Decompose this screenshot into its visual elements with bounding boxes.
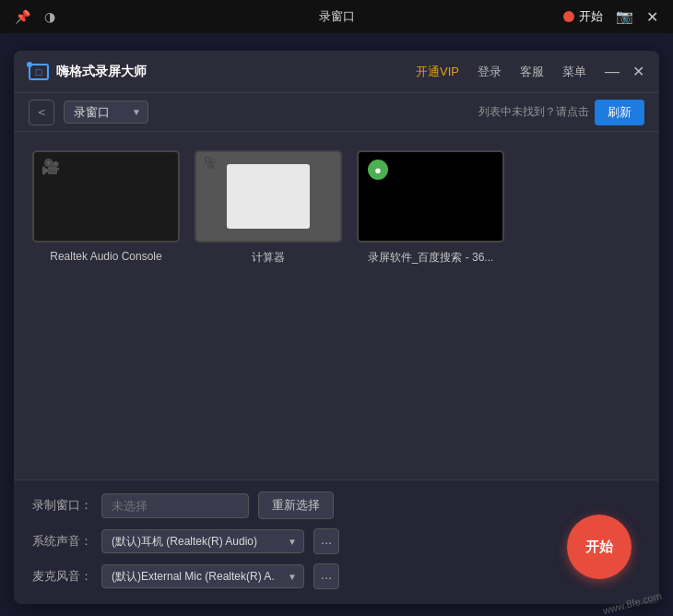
thumb-box-realtek[interactable]: 🎥 xyxy=(32,150,180,243)
title-nav: 开通VIP 登录 客服 菜单 xyxy=(416,64,586,80)
vip-button[interactable]: 开通VIP xyxy=(416,64,459,80)
window-thumb-calc[interactable]: 🎥 计算器 xyxy=(195,150,342,266)
thumb-calc-icon: 🎥 xyxy=(202,156,217,170)
top-bar-center: 录窗口 xyxy=(319,8,355,25)
logo-icon: □ xyxy=(29,64,49,80)
toolbar-right: 列表中未找到？请点击 刷新 xyxy=(478,100,644,125)
login-button[interactable]: 登录 xyxy=(478,64,502,80)
thumb-label-calc: 计算器 xyxy=(252,250,285,266)
contrast-icon[interactable]: ◑ xyxy=(42,9,57,24)
window-thumb-realtek[interactable]: 🎥 Realtek Audio Console xyxy=(32,150,180,263)
service-button[interactable]: 客服 xyxy=(520,64,544,80)
app-logo: □ 嗨格式录屏大师 xyxy=(29,64,147,80)
app-title: 嗨格式录屏大师 xyxy=(56,64,147,80)
camera-icon-top[interactable]: 📷 xyxy=(616,8,633,25)
system-audio-select[interactable]: (默认)耳机 (Realtek(R) Audio) xyxy=(101,529,304,553)
mic-more-dots-icon: ··· xyxy=(321,569,333,585)
pin-icon[interactable]: 📌 xyxy=(15,9,30,24)
hint-text: 列表中未找到？请点击 xyxy=(478,104,589,120)
window-grid: 🎥 Realtek Audio Console 🎥 计算器 ● 录屏软件_百度搜… xyxy=(14,132,659,480)
record-dot xyxy=(563,11,574,22)
control-row-mic: 麦克风音： (默认)External Mic (Realtek(R) A... … xyxy=(32,563,641,589)
top-bar-right: 开始 📷 ✕ xyxy=(563,8,658,26)
reselect-button[interactable]: 重新选择 xyxy=(258,492,334,519)
record-label: 开始 xyxy=(579,8,603,25)
window-thumb-browser[interactable]: ● 录屏软件_百度搜索 - 36... xyxy=(357,150,504,266)
mic-select[interactable]: (默认)External Mic (Realtek(R) A... xyxy=(101,564,304,588)
mode-select[interactable]: 录窗口 全屏录制 区域录制 xyxy=(64,101,148,124)
record-button-top[interactable]: 开始 xyxy=(563,8,603,25)
thumb-box-calc[interactable]: 🎥 xyxy=(195,150,342,243)
system-audio-label: 系统声音： xyxy=(32,533,92,550)
app-window: □ 嗨格式录屏大师 开通VIP 登录 客服 菜单 — ✕ ＜ 录窗口 全屏录制 … xyxy=(14,51,659,604)
refresh-button[interactable]: 刷新 xyxy=(595,100,644,125)
window-label: 录制窗口： xyxy=(32,497,92,514)
thumb-green-icon: ● xyxy=(368,160,388,180)
minimize-button[interactable]: — xyxy=(605,65,620,79)
system-audio-select-wrap: (默认)耳机 (Realtek(R) Audio) ▼ xyxy=(101,529,304,553)
control-row-window: 录制窗口： 重新选择 xyxy=(32,492,641,519)
thumb-label-browser: 录屏软件_百度搜索 - 36... xyxy=(368,250,494,266)
mic-select-wrap: (默认)External Mic (Realtek(R) A... ▼ xyxy=(101,564,304,588)
back-icon: ＜ xyxy=(35,104,48,121)
logo-dot xyxy=(27,62,32,67)
close-top-icon[interactable]: ✕ xyxy=(646,8,658,26)
control-row-system-audio: 系统声音： (默认)耳机 (Realtek(R) Audio) ▼ ··· xyxy=(32,528,641,554)
bottom-controls: 录制窗口： 重新选择 系统声音： (默认)耳机 (Realtek(R) Audi… xyxy=(14,480,659,604)
close-button[interactable]: ✕ xyxy=(632,65,644,79)
mic-label: 麦克风音： xyxy=(32,568,92,585)
more-dots-icon: ··· xyxy=(321,534,333,550)
menu-button[interactable]: 菜单 xyxy=(562,64,586,80)
start-button[interactable]: 开始 xyxy=(567,515,632,579)
thumb-box-browser[interactable]: ● xyxy=(357,150,504,243)
toolbar: ＜ 录窗口 全屏录制 区域录制 ▼ 列表中未找到？请点击 刷新 xyxy=(14,93,659,132)
system-audio-more-button[interactable]: ··· xyxy=(313,528,339,554)
back-button[interactable]: ＜ xyxy=(29,100,54,125)
thumb-label-realtek: Realtek Audio Console xyxy=(50,250,161,263)
mic-more-button[interactable]: ··· xyxy=(313,563,339,589)
top-bar-left: 📌 ◑ xyxy=(15,9,57,24)
thumb-cam-icon-realtek: 🎥 xyxy=(41,158,60,175)
title-controls: — ✕ xyxy=(605,65,644,79)
start-button-wrap: 开始 xyxy=(567,515,632,579)
title-bar: □ 嗨格式录屏大师 开通VIP 登录 客服 菜单 — ✕ xyxy=(14,51,659,93)
thumb-calc-inner xyxy=(227,164,310,229)
mode-select-container: 录窗口 全屏录制 区域录制 ▼ xyxy=(64,101,148,124)
topbar-title: 录窗口 xyxy=(319,8,355,25)
top-system-bar: 📌 ◑ 录窗口 开始 📷 ✕ xyxy=(0,0,673,33)
window-input[interactable] xyxy=(101,493,249,518)
